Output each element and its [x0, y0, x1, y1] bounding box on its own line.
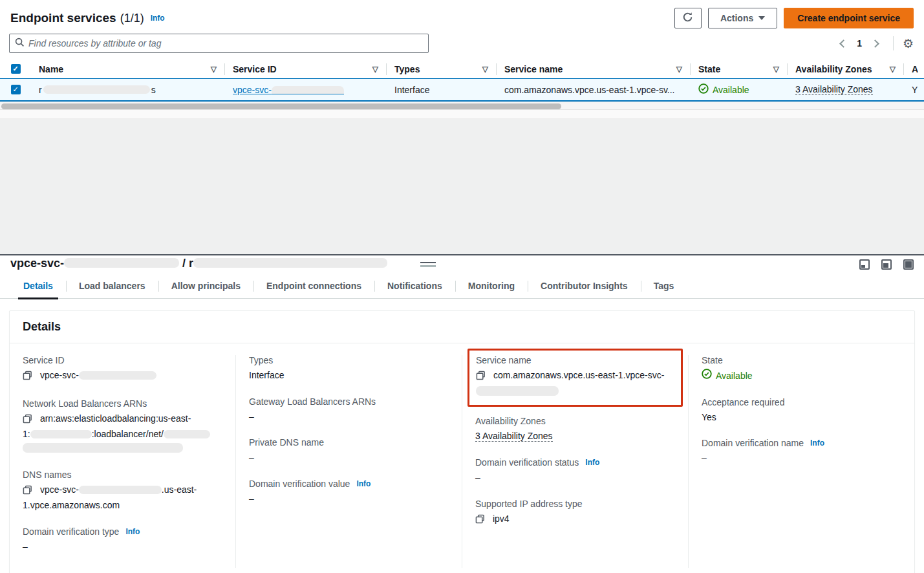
redacted-text	[23, 443, 183, 453]
tab-contributor-insights[interactable]: Contributor Insights	[528, 277, 641, 298]
column-header-service-id[interactable]: Service ID ▽	[225, 63, 387, 75]
table-row[interactable]: ✓ r s vpce-svc- Interface com.amazonaws.…	[0, 78, 924, 102]
field-domain-verification-value: Domain verification value Info –	[249, 479, 449, 506]
copy-icon[interactable]	[23, 485, 32, 499]
details-card-body: Service ID vpce-svc- Network Load Balanc…	[10, 343, 914, 573]
actions-button-label: Actions	[720, 13, 753, 23]
header-buttons: Actions Create endpoint service	[674, 8, 914, 28]
panel-size-large-icon[interactable]	[903, 259, 914, 270]
details-column-4: State Available Acceptance required Yes	[688, 355, 914, 568]
page-info-link[interactable]: Info	[151, 14, 165, 23]
select-all-checkbox[interactable]: ✓	[11, 64, 21, 74]
page-count: (1/1)	[120, 12, 144, 25]
scrollbar-thumb[interactable]	[1, 103, 561, 109]
redacted-text	[30, 430, 92, 438]
redacted-text	[79, 486, 162, 494]
filter-icon[interactable]: ▽	[773, 65, 779, 74]
column-header-availability-zones[interactable]: Availability Zones ▽	[788, 63, 904, 75]
availability-zones-popover[interactable]: 3 Availability Zones	[475, 431, 553, 442]
column-header-partial[interactable]: A	[904, 63, 924, 75]
copy-icon[interactable]	[476, 371, 486, 385]
table-header-row: ✓ Name ▽ Service ID ▽ Types ▽ Service na…	[0, 59, 924, 78]
redacted-text	[193, 258, 387, 268]
availability-zones-popover[interactable]: 3 Availability Zones	[795, 84, 873, 95]
tab-load-balancers[interactable]: Load balancers	[66, 277, 158, 298]
info-link[interactable]: Info	[810, 438, 824, 448]
redacted-text	[79, 371, 156, 380]
previous-page-icon[interactable]	[835, 36, 850, 51]
copy-icon[interactable]	[475, 514, 485, 528]
page-header: Endpoint services (1/1) Info Actions Cre…	[0, 0, 924, 32]
filter-icon[interactable]: ▽	[676, 65, 682, 74]
info-link[interactable]: Info	[585, 458, 599, 467]
filter-icon[interactable]: ▽	[211, 65, 217, 74]
detail-split-panel: vpce-svc- / r Details Load balancers All…	[0, 254, 924, 573]
copy-icon[interactable]	[23, 414, 32, 428]
actions-button[interactable]: Actions	[708, 8, 777, 28]
info-link[interactable]: Info	[125, 527, 140, 536]
panel-size-medium-icon[interactable]	[881, 259, 892, 270]
table-footer-strip	[0, 110, 924, 119]
field-domain-verification-type: Domain verification type Info –	[23, 526, 222, 554]
status-badge: Available	[702, 369, 753, 384]
preferences-gear-icon[interactable]: ⚙	[903, 38, 914, 50]
redacted-text	[64, 258, 179, 268]
row-partial-cell: Y	[904, 85, 924, 95]
row-availability-zones-cell: 3 Availability Zones	[788, 84, 904, 95]
field-service-id: Service ID vpce-svc-	[23, 355, 222, 385]
current-page[interactable]: 1	[854, 38, 865, 49]
redacted-text	[476, 386, 559, 396]
field-glb-arns: Gateway Load Balancers ARNs –	[249, 396, 449, 424]
row-types-cell: Interface	[387, 85, 497, 95]
tab-notifications[interactable]: Notifications	[374, 277, 455, 298]
tab-allow-principals[interactable]: Allow principals	[158, 277, 253, 298]
service-id-link[interactable]: vpce-svc-	[233, 85, 344, 95]
refresh-button[interactable]	[674, 8, 702, 28]
row-service-id-cell: vpce-svc-	[225, 85, 387, 95]
search-input[interactable]	[28, 38, 423, 49]
column-header-service-name[interactable]: Service name ▽	[497, 63, 691, 75]
resize-handle-icon[interactable]	[420, 262, 436, 267]
chevron-down-icon	[758, 16, 765, 20]
tab-endpoint-connections[interactable]: Endpoint connections	[253, 277, 374, 298]
panel-tabs: Details Load balancers Allow principals …	[0, 277, 924, 299]
filter-icon[interactable]: ▽	[482, 65, 488, 74]
horizontal-scrollbar[interactable]	[0, 102, 924, 110]
field-domain-verification-status: Domain verification status Info –	[475, 457, 675, 485]
tab-monitoring[interactable]: Monitoring	[455, 277, 528, 298]
copy-icon[interactable]	[23, 371, 32, 385]
refresh-icon	[682, 12, 693, 25]
tab-details[interactable]: Details	[10, 277, 66, 298]
field-state: State Available	[702, 355, 901, 384]
redacted-text	[272, 86, 344, 94]
pagination-divider	[893, 36, 894, 50]
search-box[interactable]	[9, 34, 429, 53]
info-link[interactable]: Info	[356, 479, 371, 488]
panel-size-small-icon[interactable]	[859, 259, 870, 270]
column-header-name[interactable]: Name ▽	[31, 63, 225, 75]
field-dns-names: DNS names vpce-svc-.us-east- 1.vpce.amaz…	[23, 470, 222, 513]
field-service-name: Service name com.amazonaws.vpce.us-east-…	[476, 355, 674, 398]
search-icon	[15, 38, 25, 50]
page-title: Endpoint services	[10, 11, 116, 25]
row-checkbox[interactable]: ✓	[11, 85, 21, 94]
filter-icon[interactable]: ▽	[372, 65, 378, 74]
details-column-1: Service ID vpce-svc- Network Load Balanc…	[10, 355, 235, 568]
row-select-cell: ✓	[0, 85, 31, 94]
tab-tags[interactable]: Tags	[641, 277, 687, 298]
field-nlb-arns: Network Load Balancers ARNs arn:aws:elas…	[23, 398, 222, 456]
field-types: Types Interface	[249, 355, 449, 383]
column-header-types[interactable]: Types ▽	[387, 63, 497, 75]
pagination: 1 ⚙	[835, 36, 914, 51]
row-state-cell: Available	[691, 83, 788, 96]
redacted-text	[164, 430, 210, 438]
details-column-2: Types Interface Gateway Load Balancers A…	[235, 355, 462, 568]
field-domain-verification-name: Domain verification name Info –	[702, 438, 901, 466]
details-column-3: Service name com.amazonaws.vpce.us-east-…	[462, 355, 688, 568]
column-header-state[interactable]: State ▽	[691, 63, 788, 75]
details-card: Details Service ID vpce-svc- Network Loa…	[9, 310, 915, 573]
create-endpoint-service-button[interactable]: Create endpoint service	[784, 8, 914, 28]
filter-icon[interactable]: ▽	[890, 65, 896, 74]
panel-title: vpce-svc- / r	[0, 255, 924, 277]
next-page-icon[interactable]	[868, 36, 884, 51]
